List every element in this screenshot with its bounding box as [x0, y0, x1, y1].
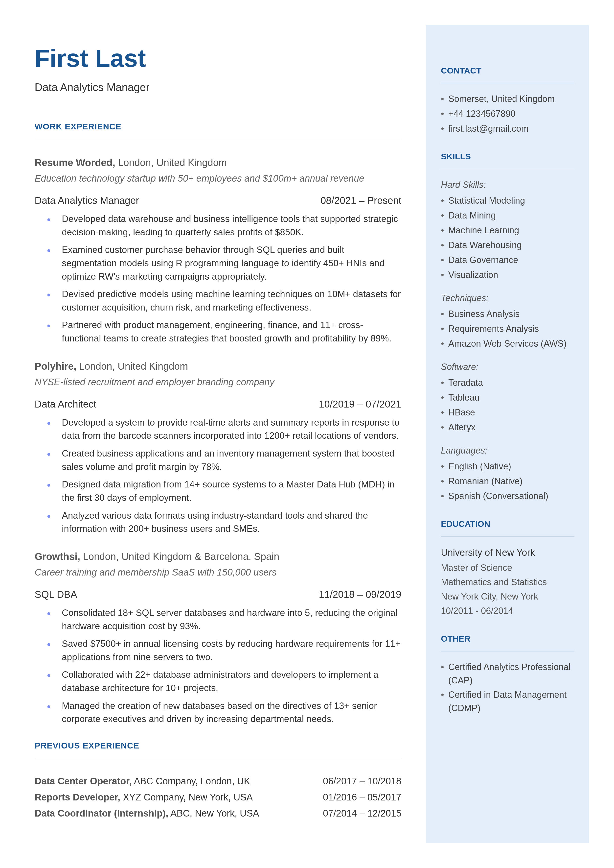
- skill-item: Tableau: [441, 391, 574, 404]
- divider: [441, 651, 574, 652]
- skill-item: Statistical Modeling: [441, 194, 574, 207]
- skill-item: Requirements Analysis: [441, 322, 574, 335]
- person-name: First Last: [35, 40, 402, 77]
- role-row: SQL DBA11/2018 – 09/2019: [35, 587, 402, 602]
- company-description: Career training and membership SaaS with…: [35, 565, 402, 579]
- skill-item: Romanian (Native): [441, 475, 574, 488]
- contact-item: first.last@gmail.com: [441, 122, 574, 135]
- work-experience-header: WORK EXPERIENCE: [35, 120, 402, 133]
- previous-role: Data Center Operator,: [35, 776, 132, 786]
- education-school: University of New York: [441, 546, 574, 560]
- job-entry: Resume Worded, London, United KingdomEdu…: [35, 155, 402, 345]
- skill-item: Data Warehousing: [441, 239, 574, 252]
- divider: [35, 140, 402, 140]
- skill-item: HBase: [441, 406, 574, 419]
- previous-experience-header: PREVIOUS EXPERIENCE: [35, 739, 402, 752]
- previous-row: Data Coordinator (Internship), ABC, New …: [35, 806, 402, 820]
- main-column: First Last Data Analytics Manager WORK E…: [0, 0, 426, 868]
- company-location: London, United Kingdom & Barcelona, Spai…: [80, 551, 279, 562]
- company-description: Education technology startup with 50+ em…: [35, 171, 402, 186]
- software-list: TeradataTableauHBaseAlteryx: [441, 376, 574, 434]
- previous-row: Reports Developer, XYZ Company, New York…: [35, 790, 402, 804]
- company-description: NYSE-listed recruitment and employer bra…: [35, 375, 402, 389]
- previous-dates: 07/2014 – 12/2015: [313, 806, 402, 820]
- resume-page: First Last Data Analytics Manager WORK E…: [0, 0, 614, 868]
- job-entry: Polyhire, London, United KingdomNYSE-lis…: [35, 359, 402, 536]
- role-row: Data Architect10/2019 – 07/2021: [35, 397, 402, 411]
- contact-item: Somerset, United Kingdom: [441, 92, 574, 106]
- job-bullet: Designed data migration from 14+ source …: [47, 478, 402, 504]
- sidebar: CONTACT Somerset, United Kingdom+44 1234…: [426, 25, 589, 843]
- other-item: Certified in Data Management (CDMP): [441, 688, 574, 715]
- company-location: London, United Kingdom: [76, 361, 188, 372]
- languages-label: Languages:: [441, 444, 574, 457]
- skill-item: Spanish (Conversational): [441, 489, 574, 503]
- education-field: Mathematics and Statistics: [441, 576, 574, 589]
- divider: [35, 759, 402, 759]
- contact-item: +44 1234567890: [441, 107, 574, 121]
- divider: [441, 536, 574, 537]
- job-bullet: Collaborated with 22+ database administr…: [47, 668, 402, 694]
- previous-left: Reports Developer, XYZ Company, New York…: [35, 790, 313, 804]
- previous-company: ABC, New York, USA: [168, 808, 259, 818]
- company-name: Growthsi,: [35, 551, 80, 562]
- previous-left: Data Center Operator, ABC Company, Londo…: [35, 774, 313, 788]
- other-header: OTHER: [441, 632, 574, 645]
- previous-list: Data Center Operator, ABC Company, Londo…: [35, 774, 402, 820]
- previous-dates: 01/2016 – 05/2017: [313, 790, 402, 804]
- software-label: Software:: [441, 360, 574, 374]
- role-row: Data Analytics Manager08/2021 – Present: [35, 193, 402, 208]
- job-bullet: Managed the creation of new databases ba…: [47, 699, 402, 726]
- company-location: London, United Kingdom: [115, 157, 227, 168]
- skill-item: Machine Learning: [441, 224, 574, 237]
- job-entry: Growthsi, London, United Kingdom & Barce…: [35, 549, 402, 726]
- previous-company: XYZ Company, New York, USA: [120, 792, 253, 803]
- company-line: Growthsi, London, United Kingdom & Barce…: [35, 549, 402, 564]
- company-line: Polyhire, London, United Kingdom: [35, 359, 402, 374]
- company-line: Resume Worded, London, United Kingdom: [35, 155, 402, 170]
- techniques-list: Business AnalysisRequirements AnalysisAm…: [441, 307, 574, 350]
- role-dates: 11/2018 – 09/2019: [319, 587, 402, 602]
- other-list: Certified Analytics Professional (CAP)Ce…: [441, 660, 574, 715]
- languages-list: English (Native)Romanian (Native)Spanish…: [441, 460, 574, 503]
- hard-skills-list: Statistical ModelingData MiningMachine L…: [441, 194, 574, 282]
- role-dates: 10/2019 – 07/2021: [319, 397, 402, 411]
- skill-item: English (Native): [441, 460, 574, 473]
- techniques-label: Techniques:: [441, 292, 574, 305]
- education-degree: Master of Science: [441, 561, 574, 575]
- job-bullets: Developed a system to provide real-time …: [47, 416, 402, 536]
- skills-header: SKILLS: [441, 150, 574, 163]
- job-bullet: Partnered with product management, engin…: [47, 318, 402, 345]
- role-dates: 08/2021 – Present: [321, 193, 402, 208]
- previous-role: Data Coordinator (Internship),: [35, 808, 168, 818]
- person-title: Data Analytics Manager: [35, 79, 402, 96]
- skill-item: Data Governance: [441, 253, 574, 267]
- previous-left: Data Coordinator (Internship), ABC, New …: [35, 806, 313, 820]
- job-bullets: Consolidated 18+ SQL server databases an…: [47, 606, 402, 726]
- divider: [441, 169, 574, 169]
- job-bullet: Developed data warehouse and business in…: [47, 212, 402, 239]
- company-name: Resume Worded,: [35, 157, 115, 168]
- job-bullet: Saved $7500+ in annual licensing costs b…: [47, 637, 402, 664]
- education-dates: 10/2011 - 06/2014: [441, 604, 574, 618]
- skill-item: Amazon Web Services (AWS): [441, 337, 574, 350]
- other-item: Certified Analytics Professional (CAP): [441, 660, 574, 687]
- jobs-list: Resume Worded, London, United KingdomEdu…: [35, 155, 402, 726]
- education-header: EDUCATION: [441, 518, 574, 530]
- job-bullet: Developed a system to provide real-time …: [47, 416, 402, 443]
- job-bullet: Created business applications and an inv…: [47, 447, 402, 474]
- job-bullet: Consolidated 18+ SQL server databases an…: [47, 606, 402, 633]
- job-bullets: Developed data warehouse and business in…: [47, 212, 402, 345]
- job-bullet: Examined customer purchase behavior thro…: [47, 243, 402, 283]
- previous-role: Reports Developer,: [35, 792, 120, 803]
- job-bullet: Devised predictive models using machine …: [47, 287, 402, 314]
- role-title: Data Analytics Manager: [35, 193, 139, 208]
- education-location: New York City, New York: [441, 590, 574, 603]
- role-title: Data Architect: [35, 397, 96, 411]
- previous-row: Data Center Operator, ABC Company, Londo…: [35, 774, 402, 788]
- company-name: Polyhire,: [35, 361, 76, 372]
- contact-list: Somerset, United Kingdom+44 1234567890fi…: [441, 92, 574, 135]
- skill-item: Data Mining: [441, 209, 574, 222]
- role-title: SQL DBA: [35, 587, 77, 602]
- contact-header: CONTACT: [441, 64, 574, 77]
